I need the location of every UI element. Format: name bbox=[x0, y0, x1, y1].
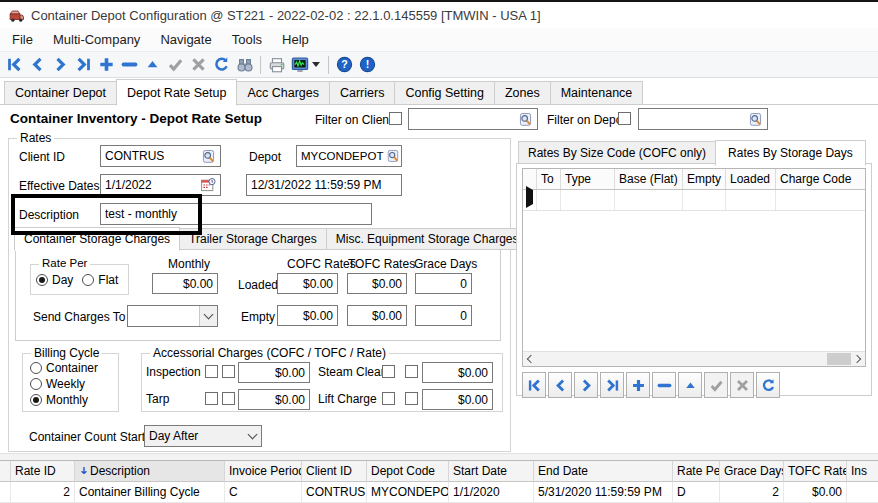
send-charges-to-combobox[interactable] bbox=[127, 305, 218, 327]
refresh-icon[interactable] bbox=[210, 53, 233, 76]
delete-record-icon[interactable] bbox=[118, 53, 141, 76]
effective-end-date-input[interactable]: 12/31/2022 11:59:59 PM bbox=[246, 174, 402, 196]
calendar-icon[interactable] bbox=[200, 177, 216, 193]
tarp-cofc-checkbox[interactable] bbox=[205, 392, 218, 405]
accept-changes-icon[interactable] bbox=[164, 53, 187, 76]
empty-tofc-input[interactable]: $0.00 bbox=[347, 305, 407, 326]
empty-grace-days-input[interactable]: 0 bbox=[415, 305, 472, 326]
filter-depot-input[interactable] bbox=[638, 108, 768, 130]
scrollbar-thumb[interactable] bbox=[827, 353, 851, 365]
col-loaded-header[interactable]: Loaded bbox=[726, 169, 776, 189]
post-edit-icon[interactable] bbox=[141, 53, 164, 76]
tab-maintenance[interactable]: Maintenance bbox=[551, 81, 644, 105]
inspection-tofc-checkbox[interactable] bbox=[222, 365, 235, 378]
print-icon[interactable] bbox=[265, 53, 288, 76]
rate-per-flat-radio[interactable] bbox=[82, 274, 94, 286]
grid-post-edit-icon[interactable] bbox=[678, 372, 702, 398]
depot-lookup-icon[interactable] bbox=[386, 149, 400, 163]
billing-container-radio[interactable] bbox=[30, 362, 42, 374]
lift-charge-cofc-checkbox[interactable] bbox=[382, 392, 395, 405]
grid-last-record-icon[interactable] bbox=[600, 372, 624, 398]
effective-start-date-input[interactable]: 1/1/2022 bbox=[100, 174, 221, 196]
tab-config-setting[interactable]: Config Setting bbox=[395, 81, 495, 105]
billing-monthly-radio[interactable] bbox=[30, 394, 42, 406]
tab-rates-by-storage-days[interactable]: Rates By Storage Days bbox=[715, 140, 866, 166]
first-record-icon[interactable] bbox=[3, 53, 26, 76]
previous-record-icon[interactable] bbox=[26, 53, 49, 76]
tab-container-depot[interactable]: Container Depot bbox=[4, 81, 117, 105]
grid-cancel-changes-icon[interactable] bbox=[730, 372, 754, 398]
grid-previous-record-icon[interactable] bbox=[548, 372, 572, 398]
tab-misc-equipment-storage-charges[interactable]: Misc. Equipment Storage Charges bbox=[327, 228, 529, 250]
col-depot-code-header[interactable]: Depot Code bbox=[367, 461, 449, 482]
tab-depot-rate-setup[interactable]: Depot Rate Setup bbox=[116, 79, 237, 106]
grid-first-record-icon[interactable] bbox=[522, 372, 546, 398]
storage-days-grid-row[interactable] bbox=[523, 190, 865, 211]
col-client-id-header[interactable]: Client ID bbox=[302, 461, 367, 482]
scroll-left-icon[interactable] bbox=[523, 352, 539, 366]
depot-input[interactable]: MYCONDEPOT bbox=[296, 145, 402, 167]
combo-dropdown-icon[interactable] bbox=[199, 306, 217, 326]
add-record-icon[interactable] bbox=[95, 53, 118, 76]
menu-multi-company[interactable]: Multi-Company bbox=[43, 29, 150, 50]
loaded-grace-days-input[interactable]: 0 bbox=[415, 273, 472, 294]
depot-lookup-icon[interactable] bbox=[748, 112, 763, 127]
help-icon[interactable] bbox=[333, 53, 356, 76]
rate-per-day-radio[interactable] bbox=[36, 274, 48, 286]
tarp-tofc-checkbox[interactable] bbox=[222, 392, 235, 405]
menu-tools[interactable]: Tools bbox=[222, 29, 272, 50]
col-end-date-header[interactable]: End Date bbox=[534, 461, 673, 482]
tab-acc-charges[interactable]: Acc Charges bbox=[237, 81, 330, 105]
tarp-rate-input[interactable]: $0.00 bbox=[238, 389, 310, 410]
col-description-header[interactable]: Description bbox=[75, 461, 225, 482]
col-rate-id-header[interactable]: Rate ID bbox=[11, 461, 75, 482]
monitor-dropdown-arrow-icon[interactable] bbox=[312, 62, 320, 67]
loaded-tofc-input[interactable]: $0.00 bbox=[347, 273, 407, 294]
steam-clean-rate-input[interactable]: $0.00 bbox=[422, 362, 493, 383]
grid-add-record-icon[interactable] bbox=[626, 372, 650, 398]
menu-file[interactable]: File bbox=[2, 29, 43, 50]
menu-navigate[interactable]: Navigate bbox=[150, 29, 221, 50]
col-tofc-rate-header[interactable]: TOFC Rate bbox=[784, 461, 847, 482]
horizontal-scrollbar[interactable] bbox=[523, 351, 865, 366]
inspection-rate-input[interactable]: $0.00 bbox=[238, 362, 310, 383]
tab-rates-by-size-code[interactable]: Rates By Size Code (COFC only) bbox=[518, 141, 716, 165]
splitter[interactable] bbox=[0, 453, 878, 460]
tab-trailer-storage-charges[interactable]: Trailer Storage Charges bbox=[180, 228, 327, 250]
rates-list-data-row[interactable]: 2 Container Billing Cycle C CONTRUS MYCO… bbox=[0, 482, 878, 503]
col-rate-per-header[interactable]: Rate Per bbox=[673, 461, 720, 482]
inspection-cofc-checkbox[interactable] bbox=[205, 365, 218, 378]
col-start-date-header[interactable]: Start Date bbox=[449, 461, 534, 482]
tab-zones[interactable]: Zones bbox=[495, 81, 551, 105]
find-icon[interactable] bbox=[233, 53, 256, 76]
combo-dropdown-icon[interactable] bbox=[244, 426, 261, 446]
col-to-header[interactable]: To bbox=[537, 169, 561, 189]
billing-weekly-radio[interactable] bbox=[30, 378, 42, 390]
system-monitor-icon[interactable] bbox=[288, 53, 311, 76]
grid-delete-record-icon[interactable] bbox=[652, 372, 676, 398]
filter-on-client-checkbox[interactable] bbox=[389, 112, 402, 125]
grid-accept-changes-icon[interactable] bbox=[704, 372, 728, 398]
steam-clean-cofc-checkbox[interactable] bbox=[382, 365, 395, 378]
grid-next-record-icon[interactable] bbox=[574, 372, 598, 398]
col-empty-header[interactable]: Empty bbox=[683, 169, 726, 189]
client-id-input[interactable]: CONTRUS bbox=[100, 145, 221, 167]
col-base-flat-header[interactable]: Base (Flat) bbox=[615, 169, 683, 189]
cancel-changes-icon[interactable] bbox=[187, 53, 210, 76]
monthly-rate-input[interactable]: $0.00 bbox=[152, 273, 218, 294]
col-grace-days-header[interactable]: Grace Days bbox=[720, 461, 784, 482]
empty-cofc-input[interactable]: $0.00 bbox=[277, 305, 338, 326]
about-icon[interactable] bbox=[356, 53, 379, 76]
lift-charge-tofc-checkbox[interactable] bbox=[405, 392, 418, 405]
col-invoice-period-header[interactable]: Invoice Period bbox=[225, 461, 302, 482]
last-record-icon[interactable] bbox=[72, 53, 95, 76]
grid-refresh-icon[interactable] bbox=[756, 372, 780, 398]
lift-charge-rate-input[interactable]: $0.00 bbox=[422, 389, 493, 410]
container-count-start-combobox[interactable]: Day After bbox=[144, 425, 262, 447]
client-id-lookup-icon[interactable] bbox=[201, 149, 216, 164]
col-ins-header[interactable]: Ins bbox=[847, 461, 878, 482]
next-record-icon[interactable] bbox=[49, 53, 72, 76]
tab-carriers[interactable]: Carriers bbox=[330, 81, 395, 105]
col-type-header[interactable]: Type bbox=[561, 169, 615, 189]
loaded-cofc-input[interactable]: $0.00 bbox=[277, 273, 338, 294]
